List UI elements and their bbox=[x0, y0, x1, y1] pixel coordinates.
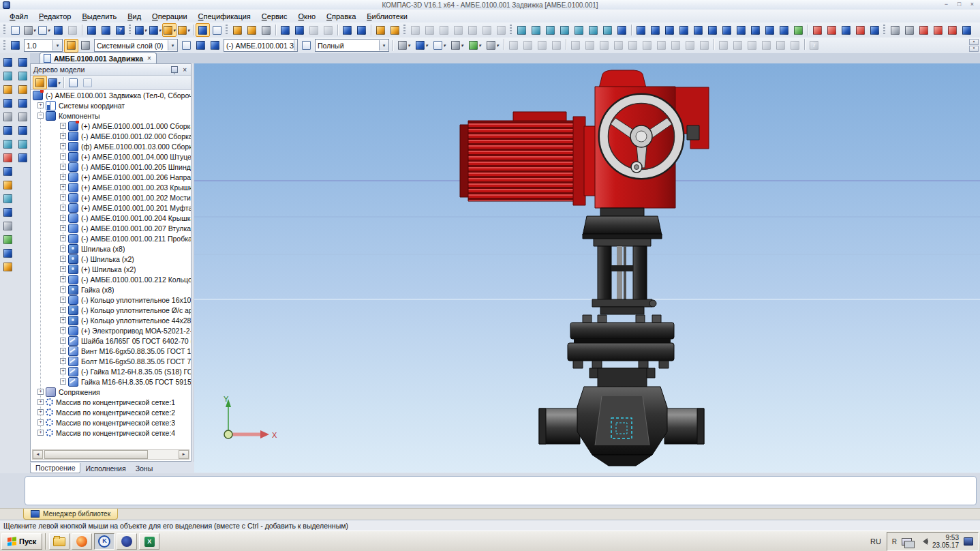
toolbar-button-print-preview[interactable]: ▾ bbox=[37, 23, 51, 37]
compact-panel-button-cp2-add-component[interactable] bbox=[16, 56, 29, 69]
tree-item[interactable]: + (+) АМБЕ.0100.001.00.203 Крышка bbox=[31, 182, 191, 192]
tree-item[interactable]: + Болт М16-6gx50.88.35.05 ГОСТ 7798-70 (… bbox=[31, 356, 191, 366]
tree-item[interactable]: + Сопряжения bbox=[31, 387, 191, 397]
quicklaunch-app-dark[interactable] bbox=[117, 533, 137, 550]
compact-panel-button-cp-arrays[interactable] bbox=[1, 124, 14, 137]
tree-item[interactable]: + Массив по концентрической сетке:2 bbox=[31, 407, 191, 417]
toolbar-button-sketch-perpendicular[interactable] bbox=[437, 23, 451, 37]
toolbar-button-edit-in-place[interactable] bbox=[230, 23, 245, 37]
close-icon[interactable]: × bbox=[146, 55, 153, 62]
compact-panel-button-cp-measure[interactable] bbox=[1, 138, 14, 151]
toolbar-button-m-fillet[interactable] bbox=[745, 39, 759, 53]
tree-expander[interactable]: + bbox=[60, 164, 66, 170]
valve-body[interactable] bbox=[539, 368, 704, 466]
tree-expander[interactable]: + bbox=[60, 348, 66, 354]
toolbar-button-d-arc[interactable] bbox=[611, 39, 626, 53]
tree-item[interactable]: + (+) АМБЕ.0100.001.01.000 Сборка корпус… bbox=[31, 121, 191, 131]
toolbar-button-rotate-component[interactable]: ▾ bbox=[148, 23, 162, 37]
tree-item[interactable]: + Массив по концентрической сетке:1 bbox=[31, 397, 191, 407]
tree-expander[interactable]: − bbox=[37, 113, 44, 119]
toolbar-button-edit-source[interactable] bbox=[245, 23, 259, 37]
close-icon[interactable]: × bbox=[181, 66, 188, 74]
toolbar-button-snap-toggle[interactable] bbox=[64, 39, 78, 53]
toolbar-button-simplifications[interactable]: ▾ bbox=[466, 39, 484, 53]
tree-expander[interactable]: + bbox=[60, 143, 66, 149]
tree-expander[interactable]: + bbox=[60, 276, 66, 282]
toolbar-button-sketch-spline[interactable] bbox=[480, 23, 494, 37]
bonnet-flanges[interactable] bbox=[568, 307, 674, 368]
tree-item[interactable]: + (-) Шпилька (x2) bbox=[31, 254, 191, 264]
toolbar-button-cut-extrude[interactable] bbox=[691, 23, 705, 37]
scroll-left-icon[interactable]: ◄ bbox=[33, 450, 43, 459]
tree-item[interactable]: + Массив по концентрической сетке:4 bbox=[31, 428, 191, 438]
toolbar-button-sweep[interactable] bbox=[662, 23, 677, 37]
toolbar-button-properties[interactable] bbox=[278, 23, 292, 37]
quicklaunch-kompas-3d[interactable]: K bbox=[94, 533, 114, 550]
toolbar-button-spec-objects[interactable] bbox=[99, 23, 113, 37]
tree-item[interactable]: + (-) АМБЕ.0100.001.00.204 Крышка сальни… bbox=[31, 213, 191, 223]
toolbar-button-clip-view[interactable] bbox=[210, 23, 224, 37]
toolbar-button-selection-filter[interactable]: ▾ bbox=[177, 23, 191, 37]
toolbar-button-normal-plane[interactable] bbox=[543, 23, 557, 37]
tree-expander[interactable]: + bbox=[60, 256, 66, 262]
menu-item-операции[interactable]: Операции bbox=[147, 12, 192, 21]
tree-tab-зоны[interactable]: Зоны bbox=[131, 464, 158, 473]
toolbar-button-m-chamfer[interactable] bbox=[759, 39, 774, 53]
toolbar-button-d-polygon[interactable] bbox=[669, 39, 683, 53]
toolbar-button-d-rectangle[interactable] bbox=[654, 39, 669, 53]
toolbar-button-rib[interactable] bbox=[748, 23, 763, 37]
toolbar-button-mass-3d[interactable] bbox=[931, 23, 945, 37]
tree-expander[interactable]: + bbox=[60, 184, 66, 190]
tree-item[interactable]: + (-) АМБЕ.0100.001.02.000 Сборка клина bbox=[31, 131, 191, 141]
tree-expander[interactable]: + bbox=[60, 194, 66, 200]
toolbar-button-d-line[interactable] bbox=[583, 39, 597, 53]
toolbar-button-pattern-curve[interactable] bbox=[853, 23, 868, 37]
tree-toolbar-button-tree-sections[interactable] bbox=[66, 76, 80, 89]
menu-item-библиотеки[interactable]: Библиотеки bbox=[361, 12, 413, 21]
viewport-3d[interactable]: Y X bbox=[194, 63, 980, 473]
menu-item-редактор[interactable]: Редактор bbox=[33, 12, 76, 21]
toolbar-button-rotate-view[interactable] bbox=[196, 23, 210, 37]
tree-expander[interactable]: + bbox=[60, 297, 66, 303]
toolbar-button-report[interactable] bbox=[321, 23, 335, 37]
document-tab[interactable]: АМБЕ.0100.001 Задвижка × bbox=[40, 53, 157, 63]
tree-item[interactable]: + Шпилька (x8) bbox=[31, 243, 191, 254]
tree-expander[interactable]: + bbox=[60, 358, 66, 364]
tree-expander[interactable]: + bbox=[60, 153, 66, 160]
toolbar-button-wireframe[interactable]: ▾ bbox=[431, 39, 448, 53]
toolbar-button-pattern-linear[interactable] bbox=[810, 23, 825, 37]
toolbar-button-orientation[interactable]: ▾ bbox=[395, 39, 413, 53]
menu-item-справка[interactable]: Справка bbox=[321, 12, 361, 21]
layer-combo[interactable]: Системный слой (0)▾ bbox=[94, 39, 178, 52]
compact-panel-button-cp-edit-part[interactable] bbox=[1, 70, 14, 83]
tree-item[interactable]: + (-) АМБЕ.0100.001.00.205 Шпиндель bbox=[31, 162, 191, 172]
toolbar-button-sheet-settings[interactable] bbox=[78, 39, 93, 53]
compact-panel-button-cp-macro[interactable] bbox=[1, 247, 14, 260]
compact-panel-button-cp-conditional[interactable] bbox=[1, 220, 14, 233]
toolbar-button-assoc-views[interactable] bbox=[549, 39, 564, 53]
toolbar-button-rebuild[interactable] bbox=[945, 23, 960, 37]
actuator-motor[interactable] bbox=[460, 112, 596, 205]
start-button[interactable]: Пуск bbox=[1, 533, 42, 550]
tray-flag-icon[interactable] bbox=[964, 537, 973, 546]
tree-item[interactable]: (-) АМБЕ.0100.001 Задвижка (Тел-0, Сборо… bbox=[31, 90, 191, 100]
toolbar-button-mirror-body[interactable] bbox=[839, 23, 853, 37]
toolbar-button-section-display[interactable] bbox=[902, 23, 917, 37]
tree-item[interactable]: + (-) АМБЕ.0100.001.00.212 Кольцо отвода… bbox=[31, 274, 191, 284]
toolbar-button-measure-3d[interactable] bbox=[917, 23, 931, 37]
chevron-down-icon[interactable]: ▾ bbox=[168, 40, 177, 50]
speaker-icon[interactable] bbox=[919, 538, 928, 545]
compact-panel-button-cp2-patterns[interactable] bbox=[16, 97, 29, 110]
window-button-close[interactable]: × bbox=[967, 1, 977, 8]
viewport-canvas[interactable]: Y X bbox=[194, 63, 980, 473]
tree-expander[interactable]: + bbox=[60, 133, 66, 139]
toolbar-button-curve-3d[interactable] bbox=[615, 23, 629, 37]
model-combo[interactable]: (-) АМБЕ.0100.001 З▾ bbox=[224, 39, 298, 52]
tree-item[interactable]: + (+) АМБЕ.0100.001.00.202 Мостик bbox=[31, 192, 191, 203]
tree-item[interactable]: + (+) Шпилька (x2) bbox=[31, 264, 191, 274]
toolbar-button-angle-plane[interactable] bbox=[529, 23, 543, 37]
tree-expander[interactable]: + bbox=[60, 215, 66, 221]
toolbar-button-part-properties[interactable] bbox=[292, 23, 307, 37]
compact-panel-button-cp-apps[interactable] bbox=[1, 260, 14, 273]
menu-item-окно[interactable]: Окно bbox=[293, 12, 322, 21]
